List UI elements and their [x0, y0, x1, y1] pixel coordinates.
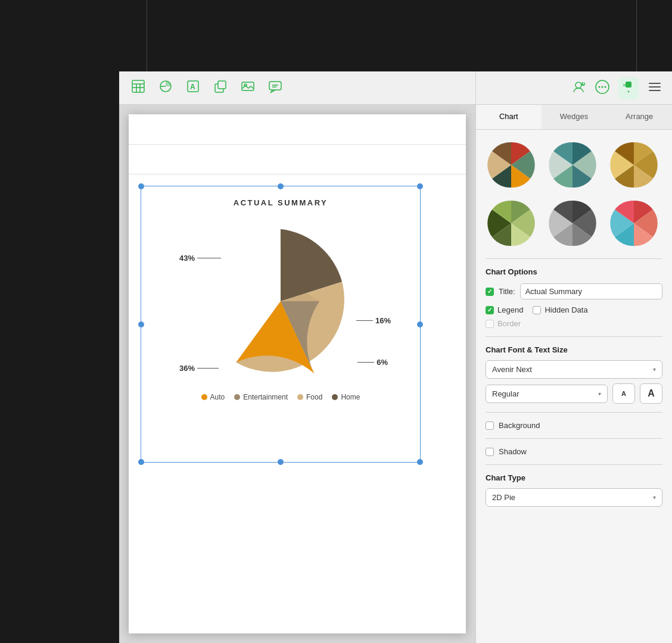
- title-checkbox[interactable]: ✓: [486, 288, 494, 296]
- legend-auto: Auto: [201, 393, 225, 401]
- background-checkbox[interactable]: [486, 422, 494, 430]
- sidebar-menu-icon[interactable]: [647, 79, 662, 97]
- pct-36: 36%: [179, 364, 195, 373]
- panel-tabs: Chart Wedges Arrange: [476, 105, 672, 130]
- svg-point-16: [575, 82, 581, 88]
- chart-title-input[interactable]: [520, 283, 662, 299]
- chart-title: ACTUAL SUMMARY: [234, 198, 328, 207]
- title-option-row: ✓ Title:: [486, 283, 662, 299]
- chart-style-1[interactable]: [486, 139, 537, 191]
- svg-text:+: +: [582, 81, 585, 86]
- legend-checkbox[interactable]: ✓: [486, 306, 494, 314]
- tab-arrange[interactable]: Arrange: [606, 105, 672, 129]
- svg-rect-13: [269, 82, 281, 90]
- chart-style-4[interactable]: [486, 198, 537, 249]
- text-icon[interactable]: A: [186, 79, 200, 96]
- legend-label: Legend: [497, 305, 523, 314]
- shadow-label: Shadow: [499, 447, 527, 456]
- format-brush-icon[interactable]: [618, 77, 639, 99]
- tab-wedges[interactable]: Wedges: [542, 105, 607, 129]
- chart-style-3[interactable]: [608, 139, 659, 191]
- font-name-dropdown[interactable]: Avenir Next ▾: [486, 360, 662, 379]
- comment-icon[interactable]: [268, 79, 282, 96]
- chart-style-2[interactable]: [547, 139, 598, 191]
- svg-rect-25: [649, 86, 661, 88]
- border-label: Border: [497, 319, 521, 328]
- font-section-title: Chart Font & Text Size: [486, 345, 662, 354]
- border-checkbox[interactable]: [486, 320, 494, 328]
- media-icon[interactable]: [241, 79, 255, 96]
- chart-type-dropdown[interactable]: 2D Pie ▾: [486, 488, 662, 507]
- chart-options-title: Chart Options: [486, 267, 662, 276]
- chart-options-section: Chart Options ✓ Title: ✓ Legend Hidden D…: [476, 259, 672, 336]
- svg-point-22: [605, 86, 606, 88]
- chart-type-section: Chart Type 2D Pie ▾: [476, 465, 672, 515]
- legend-home: Home: [332, 393, 360, 401]
- svg-rect-24: [649, 83, 661, 84]
- chart-legend: Auto Entertainment Food Home: [201, 393, 360, 401]
- svg-point-20: [599, 86, 601, 88]
- chart-container[interactable]: ACTUAL SUMMARY: [141, 186, 421, 463]
- right-panel: Chart Wedges Arrange: [475, 105, 672, 643]
- pct-6: 6%: [377, 358, 388, 367]
- svg-rect-26: [649, 90, 661, 91]
- legend-entertainment: Entertainment: [234, 393, 288, 401]
- pct-43: 43%: [179, 254, 195, 263]
- chart-type-title: Chart Type: [486, 473, 662, 482]
- svg-rect-0: [132, 80, 144, 92]
- shadow-checkbox[interactable]: [486, 448, 494, 456]
- background-section: Background: [476, 413, 672, 438]
- legend-food: Food: [297, 393, 322, 401]
- legend-row: ✓ Legend Hidden Data: [486, 305, 662, 314]
- table-icon[interactable]: [131, 79, 145, 96]
- svg-text:A: A: [190, 83, 195, 91]
- hidden-data-checkbox[interactable]: [533, 306, 541, 314]
- hidden-data-label: Hidden Data: [545, 305, 587, 314]
- font-section: Chart Font & Text Size Avenir Next ▾ Reg…: [476, 337, 672, 412]
- chart-styles-grid: [476, 130, 672, 258]
- background-label: Background: [499, 421, 540, 430]
- svg-rect-23: [626, 82, 631, 88]
- chart-icon[interactable]: [158, 79, 173, 96]
- chart-style-6[interactable]: [608, 198, 659, 249]
- shape-icon[interactable]: [213, 79, 228, 96]
- font-size-large-btn[interactable]: A: [640, 383, 662, 404]
- svg-point-21: [602, 86, 603, 88]
- svg-rect-10: [218, 81, 226, 89]
- collaborate-icon[interactable]: +: [571, 79, 586, 97]
- border-row: Border: [486, 319, 662, 328]
- more-options-icon[interactable]: [595, 79, 610, 97]
- font-size-small-btn[interactable]: A: [612, 383, 635, 404]
- svg-rect-11: [242, 82, 254, 90]
- font-style-dropdown[interactable]: Regular ▾: [486, 385, 608, 403]
- pct-16: 16%: [375, 316, 391, 325]
- tab-chart[interactable]: Chart: [476, 105, 542, 129]
- shadow-section: Shadow: [476, 439, 672, 464]
- chart-style-5[interactable]: [547, 198, 598, 249]
- title-label: Title:: [499, 287, 515, 296]
